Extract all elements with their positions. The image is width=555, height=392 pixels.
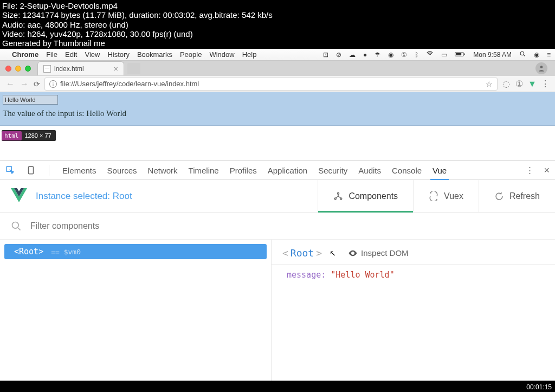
state-key: message: xyxy=(287,270,326,280)
extension-icon[interactable]: ◌ xyxy=(502,80,511,88)
devtools-tab-timeline[interactable]: Timeline xyxy=(189,166,219,175)
menubar-clock[interactable]: Mon 9:58 AM xyxy=(473,51,512,59)
extension-icon[interactable]: ① xyxy=(515,80,524,88)
devtools-tab-security[interactable]: Security xyxy=(318,166,347,175)
svg-point-5 xyxy=(540,66,543,69)
browser-toolbar: ← → ⟳ i file:///Users/jeffrey/code/learn… xyxy=(0,76,555,92)
status-icon[interactable]: ⊡ xyxy=(323,51,328,59)
devtools-tab-profiles[interactable]: Profiles xyxy=(230,166,257,175)
status-icon[interactable]: ⊘ xyxy=(336,51,341,59)
state-value: "Hello World" xyxy=(331,270,394,280)
demo-input[interactable] xyxy=(3,95,58,105)
file-icon xyxy=(43,65,51,73)
component-tree-pane: <Root> == $vm0 xyxy=(0,240,271,381)
svg-point-12 xyxy=(340,198,342,200)
svg-point-13 xyxy=(12,222,19,228)
svg-point-11 xyxy=(335,198,337,200)
siri-icon[interactable]: ◉ xyxy=(534,51,539,59)
svg-rect-7 xyxy=(29,167,34,175)
reload-button[interactable]: ⟳ xyxy=(34,80,40,88)
close-tab-icon[interactable]: × xyxy=(114,65,118,73)
tab-title: index.html xyxy=(54,65,84,73)
status-icon[interactable]: ☂ xyxy=(375,51,380,59)
browser-tab[interactable]: index.html × xyxy=(37,61,124,75)
status-icon[interactable]: ① xyxy=(401,51,407,59)
component-detail-pane: < Root > ↖ Inspect DOM message: "Hello W… xyxy=(271,240,555,381)
profile-avatar[interactable] xyxy=(535,62,547,74)
window-close-button[interactable] xyxy=(5,66,11,72)
devtools-tab-vue[interactable]: Vue xyxy=(433,166,447,175)
notifications-icon[interactable]: ≡ xyxy=(547,51,551,59)
back-button[interactable]: ← xyxy=(5,79,15,89)
thumbnail-timestamp: 00:01:15 xyxy=(526,383,552,391)
forward-button[interactable]: → xyxy=(20,79,29,89)
menubar-item[interactable]: View xyxy=(85,50,100,59)
chrome-tabstrip: index.html × xyxy=(0,61,555,76)
filter-components-input[interactable] xyxy=(30,221,544,231)
battery-icon[interactable] xyxy=(455,51,466,59)
menubar-item[interactable]: History xyxy=(107,50,129,59)
component-tree-root[interactable]: <Root> == $vm0 xyxy=(4,244,267,259)
status-icon[interactable]: ◉ xyxy=(388,51,393,59)
devtools-tabbar: Elements Sources Network Timeline Profil… xyxy=(0,161,555,180)
display-icon[interactable]: ▭ xyxy=(441,51,447,59)
inspect-element-icon[interactable] xyxy=(5,165,15,175)
svg-point-3 xyxy=(520,52,524,55)
devtools-tab-elements[interactable]: Elements xyxy=(62,166,96,175)
menubar-item[interactable]: Edit xyxy=(65,50,77,59)
menubar-item[interactable]: People xyxy=(180,50,202,59)
site-info-icon[interactable]: i xyxy=(49,80,57,88)
overlay-line: Audio: aac, 48000 Hz, stereo (und) xyxy=(2,20,553,29)
svg-line-4 xyxy=(524,55,525,56)
svg-rect-1 xyxy=(464,53,464,55)
devtools-tab-network[interactable]: Network xyxy=(148,166,178,175)
bluetooth-icon[interactable]: ᛒ xyxy=(415,51,418,59)
overlay-line: Size: 12341774 bytes (11.77 MiB), durati… xyxy=(2,10,553,20)
menubar-item[interactable]: Window xyxy=(209,50,234,59)
chrome-menu-icon[interactable]: ⋮ xyxy=(541,79,550,89)
devtools-menu-icon[interactable]: ⋮ xyxy=(526,165,534,175)
vue-filter-row xyxy=(0,213,555,240)
overlay-line: Video: h264, yuv420p, 1728x1080, 30.00 f… xyxy=(2,29,553,38)
vue-extension-icon[interactable]: ▼ xyxy=(528,80,537,88)
address-bar[interactable]: i file:///Users/jeffrey/code/learn-vue/i… xyxy=(44,78,498,91)
menubar-item[interactable]: File xyxy=(46,50,57,59)
vue-logo-icon xyxy=(11,188,27,204)
search-icon xyxy=(11,221,22,232)
device-mode-icon[interactable] xyxy=(26,165,36,175)
url-text: file:///Users/jeffrey/code/learn-vue/ind… xyxy=(60,80,199,88)
wifi-icon[interactable] xyxy=(426,50,434,59)
menubar-app[interactable]: Chrome xyxy=(12,50,38,59)
menubar-item[interactable]: Help xyxy=(242,50,257,59)
overlay-line: Generated by Thumbnail me xyxy=(2,38,553,48)
devtools-tab-sources[interactable]: Sources xyxy=(107,166,137,175)
devtools-tab-console[interactable]: Console xyxy=(392,166,422,175)
spotlight-icon[interactable] xyxy=(519,50,526,59)
new-tab-button[interactable] xyxy=(127,63,140,74)
element-dimensions-badge: html 1280 × 77 xyxy=(2,130,56,141)
devtools-close-icon[interactable]: × xyxy=(544,165,550,176)
vue-tab-refresh[interactable]: Refresh xyxy=(479,180,555,212)
devtools-tab-audits[interactable]: Audits xyxy=(358,166,381,175)
menubar-item[interactable]: Bookmarks xyxy=(137,50,172,59)
vue-devtools-header: Instance selected: Root Components Vuex … xyxy=(0,180,555,213)
inspect-dom-button[interactable]: Inspect DOM xyxy=(348,248,409,258)
status-icon[interactable]: ● xyxy=(363,51,367,59)
cursor-icon: ↖ xyxy=(330,249,336,258)
spacer xyxy=(0,141,555,160)
vue-tab-vuex[interactable]: Vuex xyxy=(413,180,479,212)
component-state: message: "Hello World" xyxy=(272,265,555,285)
vue-tab-components[interactable]: Components xyxy=(318,180,413,212)
bookmark-star-icon[interactable]: ☆ xyxy=(486,80,493,88)
status-icon[interactable]: ☁ xyxy=(349,51,356,59)
vue-instance-status: Instance selected: Root xyxy=(36,191,132,202)
mac-menubar: Chrome File Edit View History Bookmarks … xyxy=(0,49,555,61)
devtools-panel: Elements Sources Network Timeline Profil… xyxy=(0,160,555,381)
detail-component-name: Root xyxy=(291,247,314,259)
svg-line-14 xyxy=(18,228,20,230)
devtools-tab-application[interactable]: Application xyxy=(268,166,307,175)
overlay-line: File: 2-Setup-Vue-Devtools.mp4 xyxy=(2,1,553,10)
window-minimize-button[interactable] xyxy=(15,66,21,72)
window-zoom-button[interactable] xyxy=(25,66,31,72)
page-viewport: The value of the input is: Hello World xyxy=(0,92,555,126)
